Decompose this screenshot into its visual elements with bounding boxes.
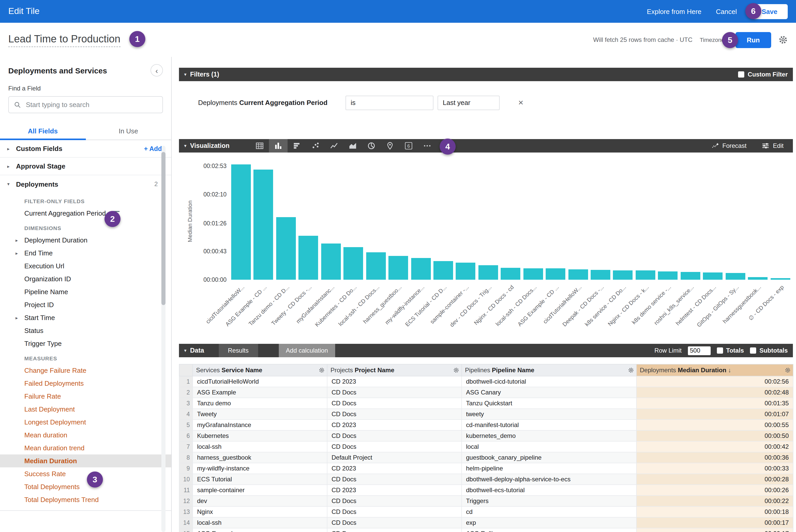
- sidebar-field-mean-duration[interactable]: Mean duration: [0, 429, 171, 441]
- table-cell[interactable]: CD 2023: [327, 485, 462, 496]
- table-cell[interactable]: dbothwell-deploy-alpha-service-to-ecs: [462, 474, 636, 485]
- table-cell[interactable]: 00:00:17: [636, 517, 793, 528]
- sidebar-group-deployments[interactable]: ▾Deployments2: [0, 175, 171, 193]
- table-cell[interactable]: 00:00:22: [636, 496, 793, 507]
- column-gear-icon[interactable]: [319, 367, 325, 373]
- tile-title[interactable]: Lead Time to Production: [8, 33, 121, 47]
- table-cell[interactable]: 00:01:07: [636, 409, 793, 420]
- sidebar-field-start-time[interactable]: ▸Start Time: [0, 311, 171, 324]
- sidebar-group-approval-stage[interactable]: ▸Approval Stage: [0, 158, 171, 175]
- chart-bar[interactable]: [681, 272, 700, 280]
- chart-bar[interactable]: [748, 277, 767, 280]
- table-cell[interactable]: myGrafanaInstance: [193, 420, 327, 431]
- chart-bar[interactable]: [478, 265, 498, 280]
- chart-bar[interactable]: [523, 269, 543, 280]
- collapse-data-icon[interactable]: ▾: [184, 348, 186, 353]
- viz-type-table-icon[interactable]: [250, 139, 269, 153]
- table-cell[interactable]: my-wildfly-instance: [193, 463, 327, 474]
- table-cell[interactable]: CD Docs: [327, 398, 462, 409]
- chart-bar[interactable]: [231, 164, 251, 280]
- add-calculation-button[interactable]: Add calculation: [279, 344, 335, 357]
- table-cell[interactable]: 00:00:17: [636, 528, 793, 532]
- tab-results[interactable]: Results: [219, 344, 258, 357]
- edit-visualization-button[interactable]: Edit: [762, 142, 783, 149]
- table-cell[interactable]: CD Docs: [327, 474, 462, 485]
- viz-type-line-chart-icon[interactable]: [325, 139, 343, 153]
- chart-bar[interactable]: [568, 269, 588, 280]
- chart-bar[interactable]: [299, 236, 318, 280]
- sidebar-field-current-aggregation-period[interactable]: Current Aggregation Period: [0, 207, 171, 220]
- table-cell[interactable]: local: [462, 441, 636, 452]
- custom-filter-checkbox[interactable]: [738, 71, 744, 78]
- column-header-median-duration[interactable]: Deployments Median Duration ↓: [636, 364, 793, 376]
- row-limit-input[interactable]: [688, 346, 711, 355]
- table-cell[interactable]: CD Docs: [327, 528, 462, 532]
- table-cell[interactable]: local-ssh: [193, 517, 327, 528]
- add-custom-field-link[interactable]: + Add: [144, 145, 162, 152]
- table-cell[interactable]: Tanzu demo: [193, 398, 327, 409]
- table-cell[interactable]: 00:00:28: [636, 474, 793, 485]
- sidebar-field-change-failure-rate[interactable]: Change Failure Rate: [0, 364, 171, 377]
- table-cell[interactable]: ECS Tutorial: [193, 474, 327, 485]
- filter-value-input[interactable]: Last year: [438, 95, 500, 110]
- chart-bar[interactable]: [388, 256, 408, 280]
- table-cell[interactable]: CD Docs: [327, 409, 462, 420]
- chart-bar[interactable]: [725, 273, 745, 280]
- sidebar-field-failure-rate[interactable]: Failure Rate: [0, 390, 171, 403]
- table-cell[interactable]: 00:02:56: [636, 376, 793, 387]
- table-cell[interactable]: guestbook_canary_pipeline: [462, 452, 636, 463]
- table-cell[interactable]: 00:00:42: [636, 441, 793, 452]
- table-cell[interactable]: 00:00:33: [636, 463, 793, 474]
- column-gear-icon[interactable]: [784, 367, 791, 373]
- viz-type-area-chart-icon[interactable]: [343, 139, 362, 153]
- sidebar-field-pipeline-name[interactable]: Pipeline Name: [0, 285, 171, 298]
- table-cell[interactable]: kubernetes_demo: [462, 431, 636, 441]
- table-cell[interactable]: CD 2023: [327, 376, 462, 387]
- sidebar-scrollbar-thumb[interactable]: [161, 152, 166, 305]
- explore-from-here-link[interactable]: Explore from Here: [647, 7, 701, 15]
- chart-bar[interactable]: [636, 270, 655, 280]
- table-cell[interactable]: Kubernetes: [193, 431, 327, 441]
- chart-bar[interactable]: [411, 258, 430, 280]
- table-cell[interactable]: helm-pipeline: [462, 463, 636, 474]
- table-cell[interactable]: CD Docs: [327, 496, 462, 507]
- table-cell[interactable]: local-ssh: [193, 441, 327, 452]
- sidebar-field-success-rate[interactable]: Success Rate: [0, 468, 171, 480]
- table-cell[interactable]: cd-manifest-tutorial: [462, 420, 636, 431]
- sidebar-field-status[interactable]: Status: [0, 324, 171, 337]
- table-cell[interactable]: Nginx: [193, 507, 327, 517]
- chart-bar[interactable]: [321, 244, 341, 280]
- collapse-filters-icon[interactable]: ▾: [184, 72, 186, 77]
- chart-bar[interactable]: [433, 261, 453, 280]
- table-cell[interactable]: CD Docs: [327, 431, 462, 441]
- table-cell[interactable]: 00:00:26: [636, 485, 793, 496]
- chart-bar[interactable]: [254, 169, 273, 280]
- table-cell[interactable]: dbothwell-ecs-tutorial: [462, 485, 636, 496]
- chart-bar[interactable]: [344, 247, 363, 280]
- cancel-button[interactable]: Cancel: [716, 7, 737, 15]
- table-cell[interactable]: 00:00:36: [636, 452, 793, 463]
- chart-bar[interactable]: [546, 269, 565, 280]
- table-cell[interactable]: harness_guestbook: [193, 452, 327, 463]
- table-cell[interactable]: Default Project: [327, 452, 462, 463]
- chart-bar[interactable]: [276, 217, 296, 280]
- sidebar-field-failed-deployments[interactable]: Failed Deployments: [0, 377, 171, 390]
- viz-type-single-value-icon[interactable]: 6: [399, 139, 418, 153]
- column-gear-icon[interactable]: [453, 367, 459, 373]
- sidebar-field-total-deployments-trend[interactable]: Total Deployments Trend: [0, 493, 171, 506]
- remove-filter-icon[interactable]: ×: [518, 97, 523, 108]
- table-cell[interactable]: ASG Rolling: [462, 528, 636, 532]
- table-cell[interactable]: CD 2023: [327, 420, 462, 431]
- table-cell[interactable]: 00:02:48: [636, 387, 793, 398]
- chart-bar[interactable]: [613, 270, 633, 280]
- forecast-button[interactable]: Forecast: [711, 142, 746, 149]
- column-header-pipeline-name[interactable]: Pipelines Pipeline Name: [462, 364, 636, 376]
- table-cell[interactable]: 00:01:35: [636, 398, 793, 409]
- chart-bar[interactable]: [366, 252, 386, 280]
- sidebar-field-longest-deployment[interactable]: Longest Deployment: [0, 416, 171, 429]
- table-cell[interactable]: CD Docs: [327, 441, 462, 452]
- chart-bar[interactable]: [591, 270, 610, 280]
- sidebar-field-total-deployments[interactable]: Total Deployments: [0, 480, 171, 493]
- sidebar-field-organization-id[interactable]: Organization ID: [0, 272, 171, 285]
- column-gear-icon[interactable]: [628, 367, 634, 373]
